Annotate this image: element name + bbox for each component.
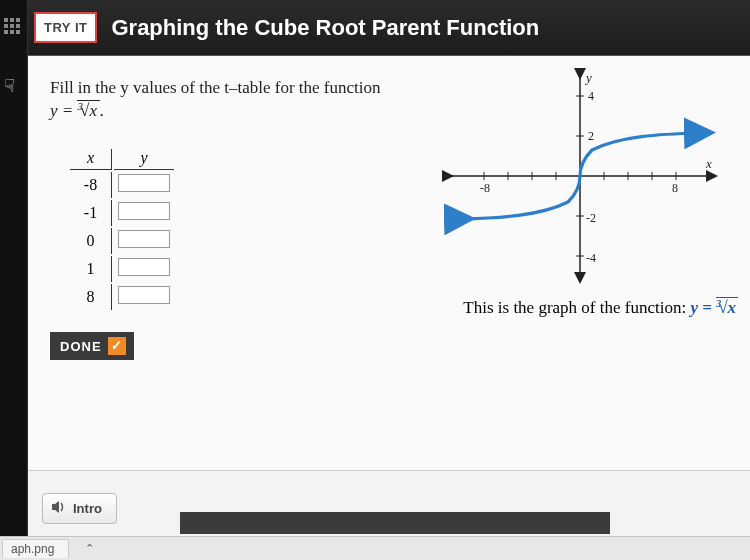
t-table-x-cell: -8 (70, 172, 112, 198)
svg-text:y: y (584, 70, 592, 85)
grid-icon (4, 18, 20, 34)
t-table-x-cell: -1 (70, 200, 112, 226)
graph-caption-function: y = 3√x (690, 298, 738, 317)
check-icon: ✓ (108, 337, 126, 355)
svg-rect-3 (4, 24, 8, 28)
function-graph: -8 8 4 2 -2 -4 x y (440, 66, 720, 286)
graph-caption: This is the graph of the function: y = 3… (463, 298, 738, 318)
chevron-up-icon[interactable]: ⌃ (79, 542, 100, 555)
intro-button[interactable]: Intro (42, 493, 117, 524)
svg-text:-4: -4 (586, 251, 596, 265)
done-button[interactable]: DONE ✓ (50, 332, 134, 360)
svg-rect-0 (4, 18, 8, 22)
svg-rect-7 (10, 30, 14, 34)
browser-download-bar: aph.png ⌃ (0, 536, 750, 560)
svg-text:2: 2 (588, 129, 594, 143)
progress-bar-area (180, 512, 610, 534)
svg-text:4: 4 (588, 89, 594, 103)
graph-caption-text: This is the graph of the function: (463, 298, 690, 317)
pointer-hand-icon: ☟ (4, 75, 15, 97)
t-table-x-cell: 0 (70, 228, 112, 254)
speaker-icon (51, 500, 67, 517)
download-filename: aph.png (11, 542, 54, 556)
svg-rect-8 (16, 30, 20, 34)
download-tab[interactable]: aph.png (2, 539, 69, 558)
svg-rect-2 (16, 18, 20, 22)
svg-text:-2: -2 (586, 211, 596, 225)
t-table-y-input[interactable] (118, 202, 170, 220)
svg-rect-4 (10, 24, 14, 28)
lesson-title: Graphing the Cube Root Parent Function (111, 15, 539, 41)
problem-prompt: Fill in the y values of the t–table for … (50, 78, 420, 98)
intro-button-label: Intro (73, 501, 102, 516)
left-tool-rail: ☟ (0, 0, 28, 560)
svg-rect-5 (16, 24, 20, 28)
t-table-y-input[interactable] (118, 174, 170, 192)
t-table-y-input[interactable] (118, 230, 170, 248)
t-table-x-cell: 8 (70, 284, 112, 310)
t-table-y-input[interactable] (118, 286, 170, 304)
svg-rect-1 (10, 18, 14, 22)
try-it-badge: TRY IT (34, 12, 97, 43)
t-table-x-cell: 1 (70, 256, 112, 282)
lesson-header: TRY IT Graphing the Cube Root Parent Fun… (28, 0, 750, 56)
done-button-label: DONE (60, 339, 102, 354)
t-table: x y -8 -1 0 1 8 (68, 147, 176, 312)
svg-text:-8: -8 (480, 181, 490, 195)
lesson-content: Fill in the y values of the t–table for … (28, 56, 750, 470)
t-table-y-header: y (114, 149, 174, 170)
svg-text:x: x (705, 156, 712, 171)
t-table-x-header: x (70, 149, 112, 170)
svg-text:8: 8 (672, 181, 678, 195)
t-table-y-input[interactable] (118, 258, 170, 276)
svg-rect-6 (4, 30, 8, 34)
